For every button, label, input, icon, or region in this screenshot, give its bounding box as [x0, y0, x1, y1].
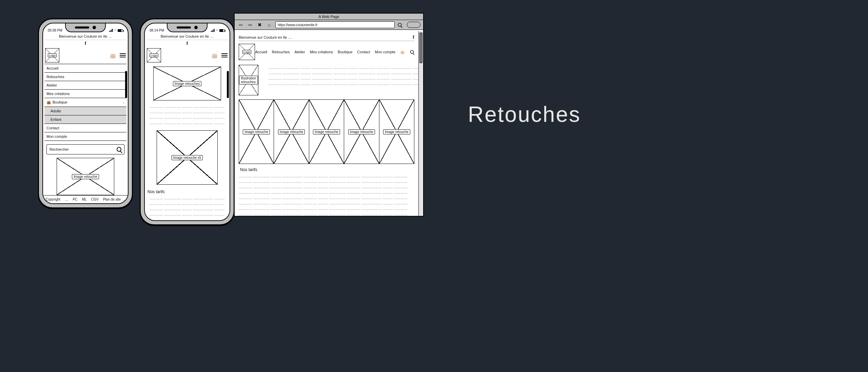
nav-retouches[interactable]: Retouches — [44, 73, 126, 81]
nav-atelier[interactable]: Atelier — [294, 50, 305, 54]
battery-icon — [118, 29, 123, 32]
forward-button[interactable]: ⇨ — [247, 22, 254, 28]
footer: Copyright … PC ML CGV Plan de site … — [43, 195, 128, 203]
search-input[interactable]: Rechercher — [46, 144, 124, 154]
nav-boutique-enfant[interactable]: Enfant — [44, 115, 126, 124]
retouches-gallery: Image retouche Image retouche Image reto… — [239, 99, 414, 164]
welcome-banner: Bienvenue sur Couture en Ile … — [239, 35, 292, 39]
facebook-icon[interactable]: f — [413, 35, 414, 40]
phone-notch — [167, 23, 208, 32]
image-retouche: Image retouche — [57, 158, 114, 195]
nav-mes-creations[interactable]: Mes créations — [310, 50, 333, 54]
image-retouche-gallery: Image retouche x5 — [157, 130, 218, 185]
browser-titlebar: A Web Page — [235, 14, 423, 20]
back-button[interactable]: ⇦ — [237, 22, 244, 28]
wifi-icon: ⌔ — [216, 29, 218, 32]
cart-icon[interactable]: 👜 — [400, 50, 405, 54]
clock: 05:08 PM — [48, 29, 62, 32]
desktop-nav: Accueil Retouches Atelier Mes créations … — [255, 50, 414, 54]
signal-icon — [211, 29, 215, 32]
image-retouches-hero: Image retouches — [153, 67, 221, 100]
tarifs-heading: Nos tarifs — [147, 189, 228, 194]
go-button[interactable] — [407, 22, 420, 28]
logo[interactable]: Logo — [45, 48, 59, 62]
signal-icon — [109, 29, 113, 32]
nav-mon-compte[interactable]: Mon compte — [44, 132, 126, 141]
nav-accueil[interactable]: Accueil — [255, 50, 267, 54]
gallery-item: Image retouche — [239, 99, 274, 164]
gallery-item: Image retouche — [309, 99, 344, 164]
phone-wireframe-retouches: 08:14 PM ⌔ Bienvenue sur Couture en Ile … — [140, 18, 235, 225]
intro-text: ﹏﹏﹏﹏ ﹏﹏﹏﹏﹏ ﹏﹏﹏ ﹏﹏﹏﹏﹏﹏ ﹏﹏﹏﹏ ﹏﹏﹏ ﹏﹏﹏﹏﹏ ﹏﹏﹏… — [269, 65, 418, 95]
nav-mon-compte[interactable]: Mon compte — [375, 50, 395, 54]
logo[interactable]: Logo — [147, 48, 161, 62]
logo[interactable]: Logo — [239, 44, 255, 60]
illustration-retouches: Illustration retouches — [239, 65, 258, 95]
scrollbar-thumb[interactable] — [227, 71, 229, 98]
stop-button[interactable]: ✖ — [256, 22, 263, 28]
scrollbar-thumb[interactable] — [125, 71, 127, 98]
home-button[interactable]: ⌂ — [266, 22, 273, 28]
phone-wireframe-menu: 05:08 PM ⌔ Bienvenue sur Couture en Ile … — [38, 18, 133, 208]
browser-toolbar: ⇦ ⇨ ✖ ⌂ https://www.coutureenile.fr — [235, 20, 423, 30]
nav-accueil[interactable]: Accueil — [44, 64, 126, 73]
nav-boutique[interactable]: 👜Boutique - — [44, 98, 126, 107]
nav-contact[interactable]: Contact — [44, 124, 126, 132]
nav-mes-creations[interactable]: Mes créations — [44, 90, 126, 98]
nav-retouches[interactable]: Retouches — [272, 50, 290, 54]
phone-notch — [65, 23, 106, 32]
cart-icon[interactable]: 👜 — [110, 52, 116, 59]
welcome-banner: Bienvenue sur Couture en Ile … — [146, 33, 228, 40]
battery-icon — [219, 29, 225, 32]
nav-contact[interactable]: Contact — [357, 50, 370, 54]
gallery-item: Image retouche — [274, 99, 309, 164]
search-icon[interactable] — [398, 23, 401, 26]
search-icon[interactable] — [117, 147, 121, 152]
nav-atelier[interactable]: Atelier — [44, 81, 126, 90]
mobile-nav-menu: Accueil Retouches Atelier Mes créations … — [44, 64, 126, 141]
tarifs-heading: Nos tarifs — [240, 167, 414, 172]
welcome-banner: Bienvenue sur Couture en Ile … — [44, 33, 126, 40]
tarifs-text: ﹏﹏﹏﹏ ﹏﹏﹏﹏﹏ ﹏﹏﹏ ﹏﹏﹏﹏﹏﹏ ﹏﹏﹏﹏ ﹏﹏﹏ ﹏﹏﹏﹏﹏ ﹏﹏﹏… — [239, 173, 414, 216]
gallery-item: Image retouche — [379, 99, 414, 164]
facebook-icon[interactable]: f — [44, 40, 126, 47]
page-title-label: Retouches — [468, 102, 581, 127]
collapse-icon: - — [123, 100, 124, 105]
search-icon[interactable] — [410, 50, 414, 54]
url-input[interactable]: https://www.coutureenile.fr — [275, 21, 395, 28]
facebook-icon[interactable]: f — [146, 40, 228, 47]
hamburger-menu-icon[interactable] — [221, 53, 228, 57]
nav-boutique[interactable]: Boutique — [338, 50, 352, 54]
hamburger-menu-icon[interactable] — [120, 53, 126, 57]
tarifs-text: ﹏﹏﹏﹏ ﹏﹏﹏﹏﹏ ﹏﹏﹏ ﹏﹏﹏﹏﹏﹏ ﹏﹏﹏﹏ ﹏﹏﹏ ﹏﹏﹏﹏﹏ ﹏﹏﹏… — [146, 196, 228, 220]
intro-text: ﹏﹏﹏﹏ ﹏﹏﹏﹏﹏ ﹏﹏﹏ ﹏﹏﹏﹏﹏﹏ ﹏﹏﹏﹏ ﹏﹏﹏ ﹏﹏﹏﹏﹏ ﹏﹏﹏… — [146, 104, 228, 126]
browser-scrollbar[interactable] — [418, 31, 423, 216]
cart-icon[interactable]: 👜 — [211, 52, 218, 59]
gallery-item: Image retouche — [344, 99, 379, 164]
nav-boutique-adulte[interactable]: Adulte — [44, 107, 126, 115]
wifi-icon: ⌔ — [114, 29, 116, 32]
clock: 08:14 PM — [150, 29, 164, 32]
browser-wireframe: A Web Page ⇦ ⇨ ✖ ⌂ https://www.coutureen… — [234, 13, 424, 217]
